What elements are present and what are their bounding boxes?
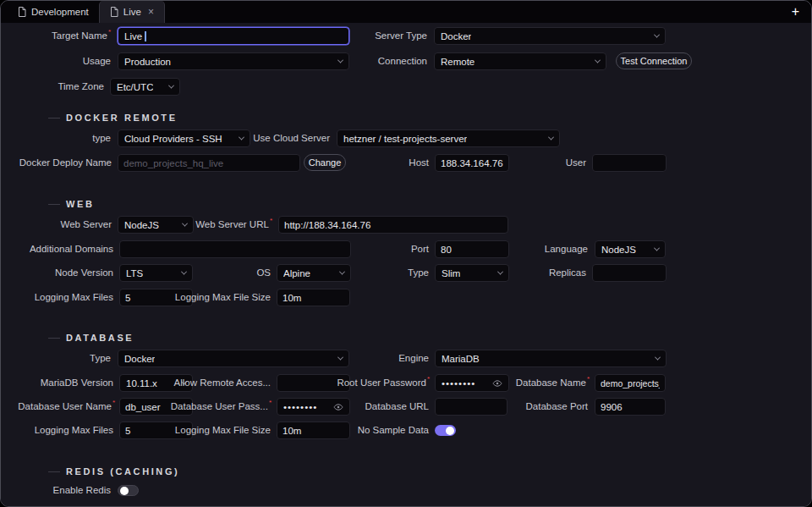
close-icon[interactable]: × — [148, 6, 154, 18]
web-logging-max-file-size-input[interactable] — [277, 289, 350, 306]
node-version-label: Node Version — [55, 264, 113, 282]
chevron-down-icon — [337, 355, 343, 361]
engine-select[interactable]: MariaDB — [435, 350, 667, 367]
chevron-down-icon — [655, 355, 661, 361]
use-cloud-server-label: Use Cloud Server — [253, 130, 330, 147]
no-sample-data-toggle[interactable] — [435, 425, 456, 436]
web-type-select[interactable]: Slim — [435, 264, 509, 282]
docker-type-label: type — [92, 130, 111, 147]
os-select[interactable]: Alpine — [277, 264, 351, 282]
docker-deploy-name-label: Docker Deploy Name — [19, 154, 112, 172]
section-title: WEB — [66, 199, 94, 209]
change-button[interactable]: Change — [304, 154, 346, 171]
toggle-knob — [120, 487, 129, 495]
server-type-select[interactable]: Docker — [434, 27, 666, 45]
language-select[interactable]: NodeJS — [595, 240, 666, 258]
host-label: Host — [409, 154, 429, 172]
db-logging-max-files-label: Logging Max Files — [35, 422, 113, 439]
engine-label: Engine — [398, 350, 429, 367]
eye-icon[interactable] — [492, 378, 502, 389]
replicas-label: Replicas — [549, 264, 586, 282]
time-zone-select[interactable]: Etc/UTC — [110, 78, 180, 96]
replicas-input[interactable] — [592, 264, 667, 282]
port-input[interactable] — [435, 240, 509, 258]
database-user-password-label: Database User Pass...* — [171, 398, 272, 416]
tab-label: Development — [31, 7, 89, 17]
db-type-label: Type — [90, 350, 111, 367]
database-user-password-input[interactable]: •••••••• — [277, 398, 350, 416]
connection-label: Connection — [378, 52, 427, 70]
host-input[interactable] — [435, 154, 509, 172]
db-logging-max-file-size-input[interactable] — [277, 422, 350, 439]
toggle-knob — [446, 427, 454, 435]
language-label: Language — [545, 240, 588, 258]
db-logging-max-file-size-label: Logging Max File Size — [175, 422, 271, 439]
additional-domains-label: Additional Domains — [30, 240, 113, 258]
section-rule — [48, 471, 60, 472]
root-user-password-input[interactable]: •••••••• — [435, 374, 509, 392]
node-version-select[interactable]: LTS — [119, 264, 193, 282]
allow-remote-access-label: Allow Remote Acces... — [174, 374, 271, 392]
tab-live[interactable]: Live × — [99, 1, 165, 23]
required-marker: * — [587, 375, 590, 383]
additional-domains-input[interactable] — [119, 240, 351, 258]
connection-select[interactable]: Remote — [434, 52, 606, 70]
chevron-down-icon — [337, 58, 343, 63]
docker-type-select[interactable]: Cloud Providers - SSH — [118, 130, 250, 147]
new-tab-button[interactable]: + — [792, 5, 799, 19]
text-caret — [145, 31, 146, 41]
port-label: Port — [411, 240, 429, 258]
database-port-input[interactable] — [595, 398, 666, 416]
tab-development[interactable]: Development — [8, 1, 99, 23]
chevron-down-icon — [339, 269, 345, 275]
os-label: OS — [256, 264, 271, 282]
eye-icon[interactable] — [333, 402, 343, 412]
section-web: WEB — [48, 198, 94, 210]
root-user-password-label: Root User Password* — [337, 374, 430, 392]
web-logging-max-files-label: Logging Max Files — [35, 289, 113, 306]
required-marker: * — [269, 399, 272, 406]
section-rule — [48, 338, 60, 339]
database-name-input[interactable] — [595, 374, 666, 392]
chevron-down-icon — [181, 269, 187, 275]
file-icon — [18, 7, 26, 17]
use-cloud-server-select[interactable]: hetzner / test-projects-server — [337, 130, 560, 147]
db-type-select[interactable]: Docker — [118, 350, 349, 367]
time-zone-label: Time Zone — [58, 78, 104, 96]
tab-bar: Development Live × + — [1, 1, 811, 23]
web-server-url-input[interactable] — [278, 216, 508, 234]
chevron-down-icon — [239, 135, 244, 141]
section-docker-remote: DOCKER REMOTE — [48, 112, 178, 124]
user-input[interactable] — [592, 154, 667, 172]
chevron-down-icon — [182, 221, 188, 227]
usage-label: Usage — [83, 52, 111, 70]
test-connection-button[interactable]: Test Connection — [616, 52, 692, 69]
required-marker: * — [108, 28, 111, 36]
section-title: REDIS (CACHING) — [66, 466, 179, 477]
section-rule — [48, 204, 60, 205]
web-server-select[interactable]: NodeJS — [118, 216, 194, 234]
enable-redis-toggle[interactable] — [118, 485, 139, 496]
target-name-input[interactable]: Live — [118, 27, 349, 45]
database-user-name-label: Database User Name* — [18, 398, 115, 416]
web-logging-max-file-size-label: Logging Max File Size — [175, 289, 271, 306]
usage-select[interactable]: Production — [118, 52, 349, 70]
docker-deploy-name-input[interactable] — [118, 154, 300, 172]
section-rule — [48, 118, 60, 118]
section-title: DOCKER REMOTE — [66, 113, 178, 123]
required-marker: * — [427, 375, 430, 383]
tab-label: Live — [123, 7, 141, 17]
app-window: Development Live × + Target Name* Live S… — [0, 0, 812, 507]
enable-redis-label: Enable Redis — [53, 482, 111, 499]
database-url-input[interactable] — [435, 398, 508, 416]
server-type-label: Server Type — [375, 27, 427, 45]
section-database: DATABASE — [48, 332, 134, 344]
no-sample-data-label: No Sample Data — [358, 422, 429, 439]
file-icon — [110, 7, 118, 17]
section-redis: REDIS (CACHING) — [48, 466, 179, 477]
web-type-label: Type — [408, 264, 429, 282]
chevron-down-icon — [168, 83, 174, 89]
chevron-down-icon — [497, 269, 503, 275]
mariadb-version-label: MariaDB Version — [41, 374, 113, 392]
required-marker: * — [270, 217, 272, 224]
